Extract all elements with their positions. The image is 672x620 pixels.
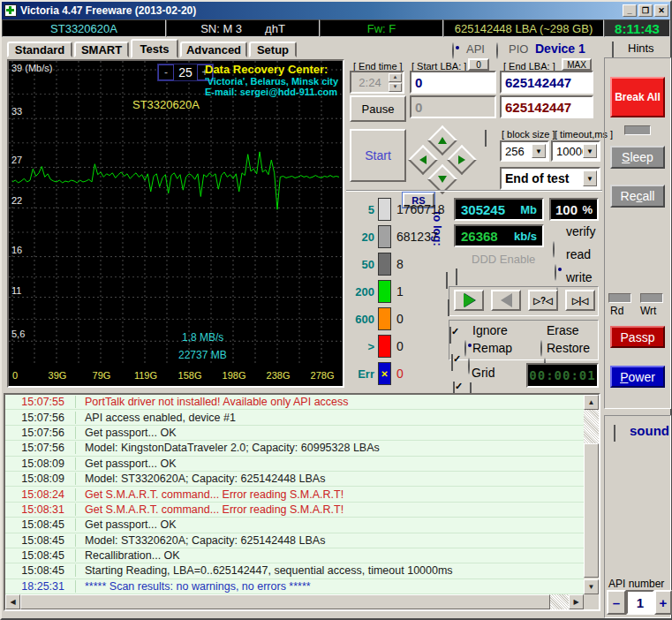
- tab-advanced[interactable]: Advanced: [180, 42, 247, 57]
- rd-label: Rd: [610, 305, 623, 317]
- chevron-down-icon[interactable]: ▼: [583, 144, 597, 158]
- drive-model: ST3320620A: [2, 19, 166, 37]
- block-size-value: 256: [505, 145, 525, 158]
- rewind-button[interactable]: [491, 290, 521, 311]
- scroll-left-icon[interactable]: ◀: [5, 594, 20, 609]
- erase-label: Erase: [547, 323, 579, 337]
- scrollbar-thumb[interactable]: [20, 594, 550, 609]
- pause-button[interactable]: Pause: [350, 95, 406, 122]
- clock: 8:11:43: [604, 19, 670, 37]
- break-all-button[interactable]: Break All: [610, 77, 665, 117]
- api-number-label: API number: [608, 578, 664, 590]
- scroll-up-icon[interactable]: ▲: [584, 395, 599, 410]
- log-row[interactable]: 15:08:45Model: ST3320620A; Capacity: 625…: [5, 533, 584, 548]
- log-message: API access enabled, device #1: [76, 412, 236, 424]
- banner-title: Data Recovery Center:: [205, 63, 338, 76]
- play-button[interactable]: [454, 290, 484, 311]
- scroll-down-icon[interactable]: ▼: [584, 579, 599, 594]
- banner: Data Recovery Center: 'Victoria', Belaru…: [205, 63, 338, 97]
- log-message: Model: ST3320620A; Capacity: 625142448 L…: [76, 534, 325, 547]
- max-button[interactable]: MAX: [562, 58, 592, 71]
- verify-radio[interactable]: [553, 241, 555, 258]
- log-time: 15:08:45: [5, 549, 76, 562]
- end-lba-input[interactable]: 625142447: [500, 71, 593, 94]
- zero-button[interactable]: 0: [468, 58, 489, 71]
- jog-pad: [410, 128, 475, 193]
- end-time-spinner[interactable]: 2:24 ▲ ▼: [350, 71, 404, 94]
- log-row[interactable]: 15:08:45Recallibration... OK: [5, 548, 584, 563]
- legend-to-log-checkbox[interactable]: [449, 327, 451, 344]
- sleep-button[interactable]: Sleep: [610, 146, 665, 169]
- ddd-enable-checkbox[interactable]: [456, 268, 457, 285]
- end-action-select[interactable]: End of test ▼: [500, 167, 600, 190]
- tab-setup[interactable]: Setup: [249, 42, 297, 57]
- seek-end-button[interactable]: ▷|◁: [565, 290, 595, 311]
- log-row[interactable]: 15:08:09Get passport... OK: [5, 457, 584, 472]
- api-plus-button[interactable]: +: [654, 590, 672, 615]
- log-row[interactable]: 15:08:31Get S.M.A.R.T. command... Error …: [5, 503, 584, 518]
- passp-button[interactable]: Passp: [610, 326, 665, 348]
- log-row[interactable]: 15:08:24Get S.M.A.R.T. command... Error …: [5, 487, 584, 502]
- end-time-spin-buttons[interactable]: ▲ ▼: [389, 73, 402, 92]
- hints-checkbox[interactable]: [612, 42, 614, 58]
- chevron-down-icon[interactable]: ▼: [532, 144, 546, 158]
- log-row[interactable]: 15:07:55PortTalk driver not installed! A…: [5, 395, 584, 410]
- spin-down-icon[interactable]: ▼: [389, 83, 402, 92]
- ignore-radio[interactable]: [464, 340, 466, 357]
- scrollbar-track[interactable]: [584, 410, 599, 443]
- chevron-down-icon[interactable]: ▼: [583, 170, 597, 186]
- legend-threshold-label: 20: [346, 231, 374, 244]
- maximize-button[interactable]: ❐: [638, 4, 653, 17]
- log-message: Get passport... OK: [76, 427, 177, 439]
- scrollbar-thumb[interactable]: [584, 443, 599, 578]
- drive-serial-extra: дhT: [265, 22, 285, 35]
- seek-error-button[interactable]: ▷?◁: [528, 290, 558, 311]
- minimize-button[interactable]: _: [623, 4, 637, 17]
- log-time: 15:07:56: [5, 442, 76, 454]
- scale-value: 25: [174, 64, 197, 80]
- log-vertical-scrollbar[interactable]: ▲ ▼: [584, 395, 599, 594]
- close-button[interactable]: ✕: [654, 4, 668, 17]
- tab-tests[interactable]: Tests: [131, 39, 178, 58]
- scroll-right-icon[interactable]: ▶: [569, 594, 584, 609]
- api-minus-button[interactable]: –: [607, 590, 626, 615]
- remap-radio[interactable]: [468, 358, 470, 374]
- log-row[interactable]: 15:07:56Model: KingstonDataTraveler 2.0;…: [5, 441, 584, 456]
- api-number-field[interactable]: 1: [626, 590, 654, 615]
- log-time: 15:08:45: [5, 534, 76, 547]
- block-size-select[interactable]: 256 ▼: [500, 140, 549, 162]
- log-row[interactable]: 18:25:31***** Scan results: no warnings,…: [5, 579, 584, 594]
- timeout-select[interactable]: 10000 ▼: [551, 140, 600, 162]
- log-row[interactable]: 15:08:45Starting Reading, LBA=0..6251424…: [5, 563, 584, 578]
- legend-row: 2001: [346, 279, 445, 304]
- legend-to-log-checkbox[interactable]: [451, 354, 453, 371]
- legend-threshold-label: 50: [346, 258, 374, 271]
- read-radio[interactable]: [555, 264, 556, 281]
- title-bar[interactable]: Victoria 4.47 Freeware (2013-02-20) _ ❐ …: [2, 2, 670, 19]
- erase-radio[interactable]: [540, 340, 542, 357]
- scrollbar-track[interactable]: [550, 594, 569, 609]
- start-button[interactable]: Start: [350, 129, 406, 182]
- scale-minus-button[interactable]: -: [158, 64, 174, 80]
- legend-to-log-checkbox[interactable]: [446, 272, 448, 289]
- log-row[interactable]: 15:08:45Get passport... OK: [5, 518, 584, 533]
- scrollbar-corner: [584, 594, 599, 609]
- legend-to-log-checkbox[interactable]: [448, 299, 449, 316]
- jog-right-button[interactable]: [447, 145, 477, 175]
- device-label[interactable]: Device 1: [535, 42, 585, 56]
- power-button[interactable]: Power: [610, 366, 665, 388]
- recall-button[interactable]: Recall: [610, 185, 665, 208]
- log-horizontal-scrollbar[interactable]: ◀ ▶: [5, 594, 584, 609]
- jog-checkbox[interactable]: [485, 130, 487, 147]
- log-row[interactable]: 15:07:56API access enabled, device #1: [5, 410, 584, 425]
- block-annotation: 22737 MB: [178, 349, 227, 361]
- tab-standard[interactable]: Standard: [7, 42, 72, 57]
- log-row[interactable]: 15:08:09Model: ST3320620A; Capacity: 625…: [5, 472, 584, 487]
- legend-color-block: [378, 280, 391, 303]
- start-lba-input[interactable]: 0: [410, 71, 496, 94]
- tab-smart[interactable]: SMART: [74, 42, 129, 57]
- sound-checkbox[interactable]: [614, 425, 615, 442]
- log-row[interactable]: 15:07:56Get passport... OK: [5, 426, 584, 441]
- write-label: write: [566, 270, 593, 284]
- spin-up-icon[interactable]: ▲: [389, 73, 402, 82]
